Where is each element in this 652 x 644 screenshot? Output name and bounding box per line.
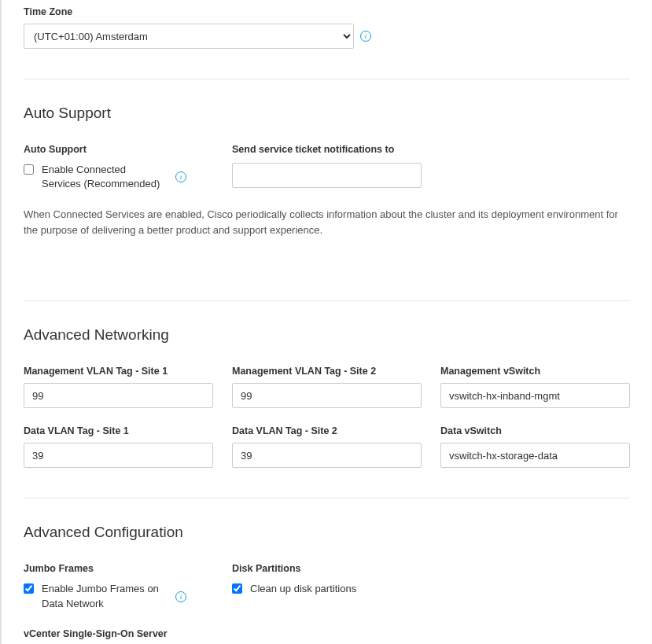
data-vlan-site2-input[interactable] — [232, 443, 422, 468]
sso-server-label: vCenter Single-Sign-On Server — [24, 628, 219, 639]
mgmt-vlan-site1-input[interactable] — [24, 383, 213, 408]
timezone-select[interactable]: (UTC+01:00) Amsterdam — [24, 24, 354, 49]
data-vlan-site1-input[interactable] — [24, 443, 213, 468]
mgmt-vswitch-label: Management vSwitch — [440, 366, 630, 377]
divider — [24, 79, 630, 79]
data-vlan-site1-label: Data VLAN Tag - Site 1 — [24, 425, 213, 436]
mgmt-vswitch-input[interactable] — [440, 383, 630, 408]
notify-label: Send service ticket notifications to — [232, 144, 422, 155]
data-vlan-site2-label: Data VLAN Tag - Site 2 — [232, 425, 422, 436]
mgmt-vlan-site1-label: Management VLAN Tag - Site 1 — [24, 366, 213, 377]
jumbo-frames-header: Jumbo Frames — [24, 563, 213, 574]
auto-support-title: Auto Support — [24, 105, 630, 122]
mgmt-vlan-site2-input[interactable] — [232, 383, 422, 408]
enable-connected-services-label: Enable Connected Services (Recommended) — [42, 163, 168, 191]
disk-partitions-label: Clean up disk partitions — [250, 582, 356, 596]
data-vswitch-label: Data vSwitch — [440, 425, 630, 436]
info-icon[interactable]: i — [175, 591, 186, 602]
notify-email-input[interactable] — [232, 163, 422, 188]
advanced-configuration-title: Advanced Configuration — [24, 524, 630, 541]
divider — [24, 300, 630, 301]
disk-partitions-header: Disk Partitions — [232, 563, 422, 574]
enable-connected-services-checkbox[interactable] — [24, 164, 34, 175]
disk-partitions-checkbox[interactable] — [232, 583, 242, 594]
advanced-networking-title: Advanced Networking — [24, 326, 630, 344]
info-icon[interactable]: i — [175, 171, 186, 182]
jumbo-frames-label: Enable Jumbo Frames on Data Network — [42, 582, 168, 610]
jumbo-frames-checkbox[interactable] — [24, 583, 34, 594]
info-icon[interactable]: i — [360, 31, 371, 42]
auto-support-description: When Connected Services are enabled, Cis… — [24, 207, 630, 237]
auto-support-subhead: Auto Support — [24, 144, 213, 155]
divider — [24, 498, 630, 499]
timezone-label: Time Zone — [24, 6, 630, 17]
mgmt-vlan-site2-label: Management VLAN Tag - Site 2 — [232, 366, 422, 377]
data-vswitch-input[interactable] — [440, 443, 630, 468]
